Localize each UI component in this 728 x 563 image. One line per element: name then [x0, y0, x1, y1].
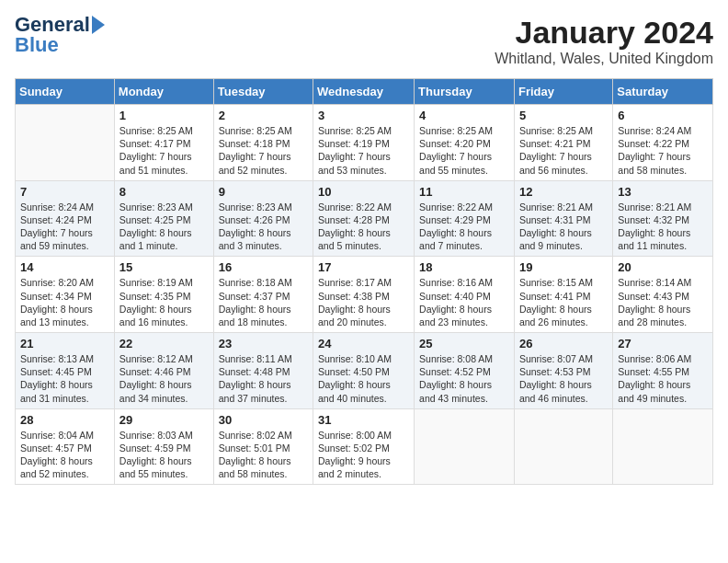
day-number: 15 [119, 260, 209, 274]
day-number: 24 [318, 337, 409, 350]
day-number: 23 [219, 337, 308, 350]
cell-text: Sunrise: 8:02 AMSunset: 5:01 PMDaylight:… [219, 429, 308, 481]
day-number: 17 [318, 260, 409, 274]
day-number: 28 [20, 413, 109, 427]
calendar-week-row: 28Sunrise: 8:04 AMSunset: 4:57 PMDayligh… [16, 408, 713, 485]
cell-text: Sunrise: 8:15 AMSunset: 4:41 PMDaylight:… [519, 276, 608, 328]
logo-general: General [15, 15, 90, 35]
calendar-header-row: SundayMondayTuesdayWednesdayThursdayFrid… [16, 79, 713, 105]
cell-text: Sunrise: 8:25 AMSunset: 4:18 PMDaylight:… [219, 124, 308, 177]
day-number: 20 [618, 260, 708, 274]
day-number: 4 [419, 109, 509, 122]
cell-text: Sunrise: 8:22 AMSunset: 4:28 PMDaylight:… [318, 201, 409, 253]
cell-text: Sunrise: 8:24 AMSunset: 4:22 PMDaylight:… [618, 124, 708, 177]
cell-text: Sunrise: 8:21 AMSunset: 4:31 PMDaylight:… [519, 201, 608, 253]
calendar-cell: 14Sunrise: 8:20 AMSunset: 4:34 PMDayligh… [16, 257, 115, 333]
calendar-cell: 15Sunrise: 8:19 AMSunset: 4:35 PMDayligh… [114, 257, 213, 333]
cell-text: Sunrise: 8:19 AMSunset: 4:35 PMDaylight:… [119, 276, 209, 328]
calendar-cell: 18Sunrise: 8:16 AMSunset: 4:40 PMDayligh… [415, 257, 515, 333]
day-number: 31 [318, 413, 409, 427]
header-day: Tuesday [213, 79, 313, 105]
calendar-cell: 7Sunrise: 8:24 AMSunset: 4:24 PMDaylight… [16, 180, 115, 257]
calendar-cell: 21Sunrise: 8:13 AMSunset: 4:45 PMDayligh… [16, 333, 115, 409]
calendar-week-row: 7Sunrise: 8:24 AMSunset: 4:24 PMDaylight… [16, 180, 713, 257]
cell-text: Sunrise: 8:11 AMSunset: 4:48 PMDaylight:… [219, 352, 308, 405]
title-area: January 2024 Whitland, Wales, United Kin… [495, 15, 713, 67]
calendar-cell: 6Sunrise: 8:24 AMSunset: 4:22 PMDaylight… [613, 105, 713, 181]
cell-text: Sunrise: 8:25 AMSunset: 4:17 PMDaylight:… [119, 124, 209, 177]
calendar-cell: 2Sunrise: 8:25 AMSunset: 4:18 PMDaylight… [213, 105, 313, 181]
header-day: Monday [114, 79, 213, 105]
cell-text: Sunrise: 8:00 AMSunset: 5:02 PMDaylight:… [318, 429, 409, 481]
calendar-week-row: 14Sunrise: 8:20 AMSunset: 4:34 PMDayligh… [16, 257, 713, 333]
day-number: 9 [219, 185, 308, 199]
calendar-cell: 31Sunrise: 8:00 AMSunset: 5:02 PMDayligh… [313, 408, 415, 485]
header-day: Thursday [415, 79, 515, 105]
header-day: Sunday [16, 79, 115, 105]
day-number: 26 [519, 337, 608, 350]
calendar-cell: 22Sunrise: 8:12 AMSunset: 4:46 PMDayligh… [114, 333, 213, 409]
cell-text: Sunrise: 8:23 AMSunset: 4:26 PMDaylight:… [219, 201, 308, 253]
cell-text: Sunrise: 8:07 AMSunset: 4:53 PMDaylight:… [519, 352, 608, 405]
day-number: 27 [618, 337, 708, 350]
day-number: 3 [318, 109, 409, 122]
day-number: 2 [219, 109, 308, 122]
day-number: 10 [318, 185, 409, 199]
day-number: 5 [519, 109, 608, 122]
cell-text: Sunrise: 8:08 AMSunset: 4:52 PMDaylight:… [419, 352, 509, 405]
day-number: 22 [119, 337, 209, 350]
logo: General Blue [15, 15, 105, 55]
calendar-cell: 4Sunrise: 8:25 AMSunset: 4:20 PMDaylight… [415, 105, 515, 181]
calendar-cell: 29Sunrise: 8:03 AMSunset: 4:59 PMDayligh… [114, 408, 213, 485]
header-day: Wednesday [313, 79, 415, 105]
cell-text: Sunrise: 8:18 AMSunset: 4:37 PMDaylight:… [219, 276, 308, 328]
day-number: 11 [419, 185, 509, 199]
day-number: 30 [219, 413, 308, 427]
cell-text: Sunrise: 8:16 AMSunset: 4:40 PMDaylight:… [419, 276, 509, 328]
day-number: 18 [419, 260, 509, 274]
day-number: 1 [119, 109, 209, 122]
day-number: 8 [119, 185, 209, 199]
calendar-cell: 3Sunrise: 8:25 AMSunset: 4:19 PMDaylight… [313, 105, 415, 181]
cell-text: Sunrise: 8:20 AMSunset: 4:34 PMDaylight:… [20, 276, 109, 328]
cell-text: Sunrise: 8:25 AMSunset: 4:20 PMDaylight:… [419, 124, 509, 177]
day-number: 16 [219, 260, 308, 274]
header-day: Friday [514, 79, 612, 105]
cell-text: Sunrise: 8:22 AMSunset: 4:29 PMDaylight:… [419, 201, 509, 253]
day-number: 6 [618, 109, 708, 122]
calendar-cell: 8Sunrise: 8:23 AMSunset: 4:25 PMDaylight… [114, 180, 213, 257]
calendar-cell [415, 408, 515, 485]
header-day: Saturday [613, 79, 713, 105]
calendar-cell [613, 408, 713, 485]
cell-text: Sunrise: 8:24 AMSunset: 4:24 PMDaylight:… [20, 201, 109, 253]
cell-text: Sunrise: 8:13 AMSunset: 4:45 PMDaylight:… [20, 352, 109, 405]
calendar-cell [16, 105, 115, 181]
calendar-cell: 27Sunrise: 8:06 AMSunset: 4:55 PMDayligh… [613, 333, 713, 409]
location-title: Whitland, Wales, United Kingdom [495, 51, 713, 67]
day-number: 25 [419, 337, 509, 350]
cell-text: Sunrise: 8:14 AMSunset: 4:43 PMDaylight:… [618, 276, 708, 328]
calendar-cell: 30Sunrise: 8:02 AMSunset: 5:01 PMDayligh… [213, 408, 313, 485]
logo-blue: Blue [15, 35, 59, 55]
calendar-cell: 17Sunrise: 8:17 AMSunset: 4:38 PMDayligh… [313, 257, 415, 333]
day-number: 19 [519, 260, 608, 274]
calendar-cell [514, 408, 612, 485]
cell-text: Sunrise: 8:21 AMSunset: 4:32 PMDaylight:… [618, 201, 708, 253]
calendar-cell: 10Sunrise: 8:22 AMSunset: 4:28 PMDayligh… [313, 180, 415, 257]
logo-arrow-icon [92, 16, 105, 34]
cell-text: Sunrise: 8:04 AMSunset: 4:57 PMDaylight:… [20, 429, 109, 481]
calendar-cell: 23Sunrise: 8:11 AMSunset: 4:48 PMDayligh… [213, 333, 313, 409]
calendar-table: SundayMondayTuesdayWednesdayThursdayFrid… [15, 78, 713, 485]
calendar-cell: 20Sunrise: 8:14 AMSunset: 4:43 PMDayligh… [613, 257, 713, 333]
calendar-cell: 9Sunrise: 8:23 AMSunset: 4:26 PMDaylight… [213, 180, 313, 257]
calendar-cell: 24Sunrise: 8:10 AMSunset: 4:50 PMDayligh… [313, 333, 415, 409]
cell-text: Sunrise: 8:25 AMSunset: 4:21 PMDaylight:… [519, 124, 608, 177]
day-number: 12 [519, 185, 608, 199]
day-number: 21 [20, 337, 109, 350]
cell-text: Sunrise: 8:12 AMSunset: 4:46 PMDaylight:… [119, 352, 209, 405]
cell-text: Sunrise: 8:23 AMSunset: 4:25 PMDaylight:… [119, 201, 209, 253]
month-title: January 2024 [495, 15, 713, 51]
calendar-cell: 11Sunrise: 8:22 AMSunset: 4:29 PMDayligh… [415, 180, 515, 257]
cell-text: Sunrise: 8:25 AMSunset: 4:19 PMDaylight:… [318, 124, 409, 177]
header: General Blue January 2024 Whitland, Wale… [15, 15, 713, 67]
